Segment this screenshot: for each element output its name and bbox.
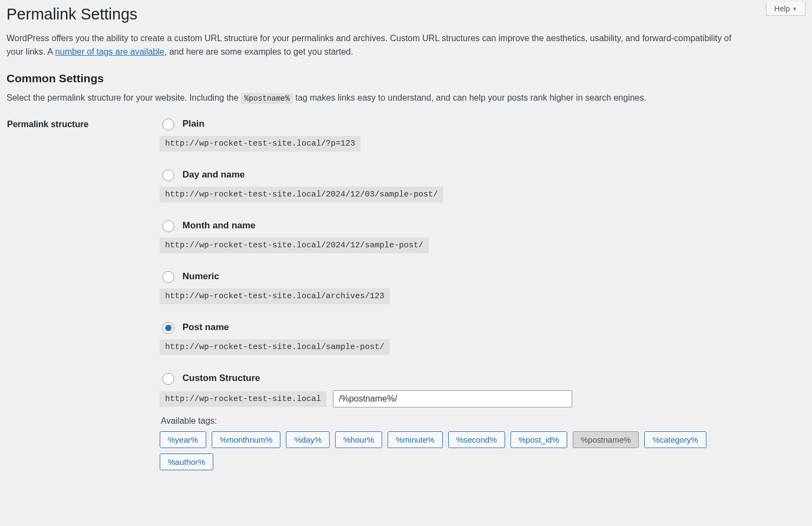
common-desc-pre: Select the permalink structure for your … <box>6 93 241 102</box>
label-dayname: Day and name <box>182 169 245 180</box>
label-plain: Plain <box>182 119 205 129</box>
label-postname: Post name <box>182 322 229 333</box>
radio-dayname[interactable] <box>162 169 174 181</box>
intro-text-post: , and here are some examples to get you … <box>165 47 353 56</box>
radio-monthname[interactable] <box>162 220 174 232</box>
label-numeric: Numeric <box>182 271 219 282</box>
tag-button[interactable]: %author% <box>160 453 213 470</box>
available-tags: %year%%monthnum%%day%%hour%%minute%%seco… <box>160 431 742 470</box>
custom-structure-input[interactable] <box>333 390 572 407</box>
option-numeric: Numeric http://wp-rocket-test-site.local… <box>160 269 742 304</box>
radio-plain[interactable] <box>162 119 174 130</box>
radio-custom[interactable] <box>162 373 174 385</box>
tag-button[interactable]: %hour% <box>335 431 382 448</box>
option-postname: Post name http://wp-rocket-test-site.loc… <box>160 320 742 355</box>
tags-available-link[interactable]: number of tags are available <box>55 47 165 56</box>
chevron-down-icon: ▼ <box>792 6 797 12</box>
code-plain: http://wp-rocket-test-site.local/?p=123 <box>160 136 361 152</box>
option-custom: Custom Structure http://wp-rocket-test-s… <box>160 371 742 470</box>
available-tags-label: Available tags: <box>161 416 742 426</box>
tag-button[interactable]: %day% <box>286 431 330 448</box>
common-settings-heading: Common Settings <box>6 72 743 85</box>
tag-button[interactable]: %minute% <box>388 431 443 448</box>
option-monthname: Month and name http://wp-rocket-test-sit… <box>160 219 742 253</box>
custom-base: http://wp-rocket-test-site.local <box>160 391 326 407</box>
code-numeric: http://wp-rocket-test-site.local/archive… <box>160 288 390 304</box>
code-dayname: http://wp-rocket-test-site.local/2024/12… <box>160 187 443 202</box>
tag-button[interactable]: %postname% <box>573 431 639 448</box>
tag-button[interactable]: %post_id% <box>510 431 567 448</box>
permalink-structure-label: Permalink structure <box>6 116 159 487</box>
tag-button[interactable]: %monthnum% <box>212 431 281 448</box>
tag-button[interactable]: %second% <box>448 431 505 448</box>
intro-paragraph: WordPress offers you the ability to crea… <box>6 32 743 59</box>
radio-postname[interactable] <box>162 322 174 334</box>
tag-button[interactable]: %category% <box>644 431 706 448</box>
help-tab[interactable]: Help ▼ <box>766 2 806 16</box>
radio-numeric[interactable] <box>162 271 174 283</box>
label-custom: Custom Structure <box>182 373 260 384</box>
code-monthname: http://wp-rocket-test-site.local/2024/12… <box>160 238 429 253</box>
option-dayname: Day and name http://wp-rocket-test-site.… <box>160 168 742 202</box>
tag-button[interactable]: %year% <box>160 431 206 448</box>
label-monthname: Month and name <box>182 220 256 231</box>
page-title: Permalink Settings <box>6 5 743 23</box>
option-plain: Plain http://wp-rocket-test-site.local/?… <box>160 117 742 152</box>
postname-code: %postname% <box>241 93 293 104</box>
common-desc: Select the permalink structure for your … <box>6 91 743 105</box>
code-postname: http://wp-rocket-test-site.local/sample-… <box>160 339 390 355</box>
common-desc-post: tag makes links easy to understand, and … <box>293 93 646 102</box>
help-label: Help <box>774 4 790 13</box>
